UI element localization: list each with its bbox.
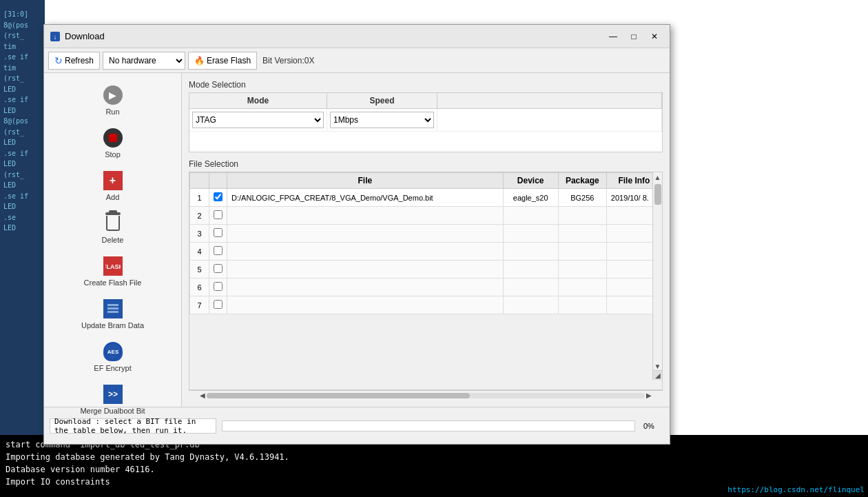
delete-button[interactable]: Delete bbox=[58, 208, 168, 248]
scroll-up-arrow[interactable]: ▲ bbox=[653, 172, 662, 183]
mode-table-header: Mode Speed bbox=[189, 93, 662, 109]
row-checkbox-cell bbox=[209, 225, 227, 243]
flash-icon: FLASH bbox=[103, 256, 123, 276]
table-row: 6 bbox=[190, 278, 662, 296]
progress-pct: 0% bbox=[643, 422, 664, 430]
row-file bbox=[227, 225, 504, 243]
minimize-button[interactable]: — bbox=[603, 29, 623, 44]
row-device bbox=[503, 261, 558, 278]
create-flash-label: Create Flash File bbox=[84, 278, 142, 287]
run-icon: ▶ bbox=[103, 85, 123, 105]
mode-blank-row bbox=[189, 131, 662, 152]
svg-text:AES: AES bbox=[107, 349, 118, 355]
row-package bbox=[558, 278, 606, 296]
maximize-button[interactable]: □ bbox=[624, 29, 643, 44]
row-checkbox[interactable] bbox=[214, 228, 223, 237]
stop-square bbox=[109, 134, 117, 142]
trash-icon bbox=[106, 216, 120, 231]
close-button[interactable]: ✕ bbox=[645, 29, 664, 44]
row-checkbox[interactable] bbox=[214, 246, 223, 255]
add-button[interactable]: + Add bbox=[58, 165, 168, 205]
stop-button[interactable]: Stop bbox=[58, 123, 168, 163]
row-device bbox=[503, 207, 558, 225]
row-file: D:/ANLOGIC_FPGA_CREAT/8_VGA_Demo/VGA_Dem… bbox=[227, 189, 504, 207]
refresh-icon: ↻ bbox=[54, 55, 63, 66]
row-package bbox=[558, 207, 606, 225]
run-label: Run bbox=[105, 108, 119, 116]
title-bar-left: ↓ Download bbox=[50, 31, 105, 42]
row-package bbox=[558, 225, 606, 243]
extra-col-header bbox=[437, 93, 662, 108]
file-hscrollbar[interactable]: ◀ ▶ bbox=[189, 390, 663, 400]
row-device: eagle_s20 bbox=[503, 189, 558, 207]
speed-select[interactable]: 1Mbps 2Mbps 4Mbps bbox=[330, 112, 434, 128]
file-table-header-row: File Device Package File Info bbox=[190, 173, 662, 189]
col-header-file: File bbox=[227, 173, 504, 189]
stop-label: Stop bbox=[105, 150, 121, 159]
row-checkbox-cell bbox=[209, 278, 227, 296]
update-bram-button[interactable]: Update Bram Data bbox=[58, 294, 168, 334]
row-device bbox=[503, 243, 558, 261]
row-device bbox=[503, 278, 558, 296]
file-table: File Device Package File Info 1D:/ANLOGI… bbox=[189, 172, 662, 314]
file-scrollbar[interactable]: ▲ ▼ ◢ bbox=[652, 172, 662, 380]
col-header-cb bbox=[209, 173, 227, 189]
create-flash-button[interactable]: FLASH Create Flash File bbox=[58, 251, 168, 291]
row-checkbox[interactable] bbox=[214, 282, 223, 291]
sidebar: ▶ Run Stop + Add bbox=[44, 73, 182, 407]
refresh-label: Refresh bbox=[65, 56, 94, 65]
row-checkbox[interactable] bbox=[214, 300, 223, 309]
row-file bbox=[227, 261, 504, 278]
bram-icon bbox=[103, 299, 123, 318]
row-checkbox-cell bbox=[209, 189, 227, 207]
table-row: 7 bbox=[190, 296, 662, 314]
file-section-title: File Selection bbox=[189, 159, 663, 169]
run-icon-container: ▶ bbox=[102, 84, 124, 106]
merge-icon-container: >> bbox=[102, 383, 124, 405]
row-checkbox[interactable] bbox=[214, 210, 223, 219]
delete-icon bbox=[103, 214, 123, 233]
hardware-select[interactable]: No hardware USB-JTAG USB-UART bbox=[103, 52, 185, 70]
speed-col-header: Speed bbox=[327, 93, 437, 108]
row-device bbox=[503, 225, 558, 243]
mode-select[interactable]: JTAG FLASH bbox=[192, 112, 324, 128]
row-checkbox-cell bbox=[209, 296, 227, 314]
run-button[interactable]: ▶ Run bbox=[58, 80, 168, 120]
erase-flash-button[interactable]: 🔥 Erase Flash bbox=[188, 52, 257, 70]
row-number: 1 bbox=[190, 189, 209, 207]
progress-bar-container bbox=[222, 420, 635, 432]
row-checkbox-cell bbox=[209, 261, 227, 278]
aes-icon-container: AES bbox=[102, 341, 124, 363]
right-content: Mode Selection Mode Speed JTAG FLASH bbox=[182, 73, 670, 407]
merge-dualboot-button[interactable]: >> Merge Dualboot Bit bbox=[58, 379, 168, 419]
mode-table: Mode Speed JTAG FLASH bbox=[189, 92, 663, 152]
row-checkbox-cell bbox=[209, 207, 227, 225]
row-device bbox=[503, 296, 558, 314]
hscroll-thumb[interactable] bbox=[207, 393, 470, 398]
svg-text:↓: ↓ bbox=[54, 33, 57, 41]
content-area: ▶ Run Stop + Add bbox=[44, 73, 670, 407]
row-number: 3 bbox=[190, 225, 209, 243]
terminal-line-2: Importing database generated by Tang Dyn… bbox=[6, 451, 862, 463]
ef-encrypt-button[interactable]: AES EF Encrypt bbox=[58, 336, 168, 376]
dialog-icon: ↓ bbox=[50, 31, 61, 42]
status-text-row: Download : select a BIT file in the tabl… bbox=[44, 417, 670, 435]
table-row: 3 bbox=[190, 225, 662, 243]
hscroll-right-arrow[interactable]: ▶ bbox=[645, 392, 653, 399]
hscroll-left-arrow[interactable]: ◀ bbox=[198, 392, 207, 399]
mode-col-header: Mode bbox=[189, 93, 327, 108]
file-table-body: 1D:/ANLOGIC_FPGA_CREAT/8_VGA_Demo/VGA_De… bbox=[190, 189, 662, 314]
scroll-down-arrow[interactable]: ▼ bbox=[653, 363, 662, 370]
svg-rect-6 bbox=[107, 307, 118, 310]
ef-encrypt-label: EF Encrypt bbox=[94, 364, 131, 372]
col-header-num bbox=[190, 173, 209, 189]
bram-icon-container bbox=[102, 298, 124, 320]
refresh-button[interactable]: ↻ Refresh bbox=[48, 52, 100, 70]
scrollbar-thumb[interactable] bbox=[654, 184, 661, 205]
row-package bbox=[558, 296, 606, 314]
row-checkbox[interactable] bbox=[214, 192, 223, 201]
scroll-corner[interactable]: ◢ bbox=[653, 370, 662, 380]
row-checkbox[interactable] bbox=[214, 264, 223, 273]
toolbar: ↻ Refresh No hardware USB-JTAG USB-UART … bbox=[44, 48, 670, 73]
mode-section-title: Mode Selection bbox=[189, 80, 663, 90]
